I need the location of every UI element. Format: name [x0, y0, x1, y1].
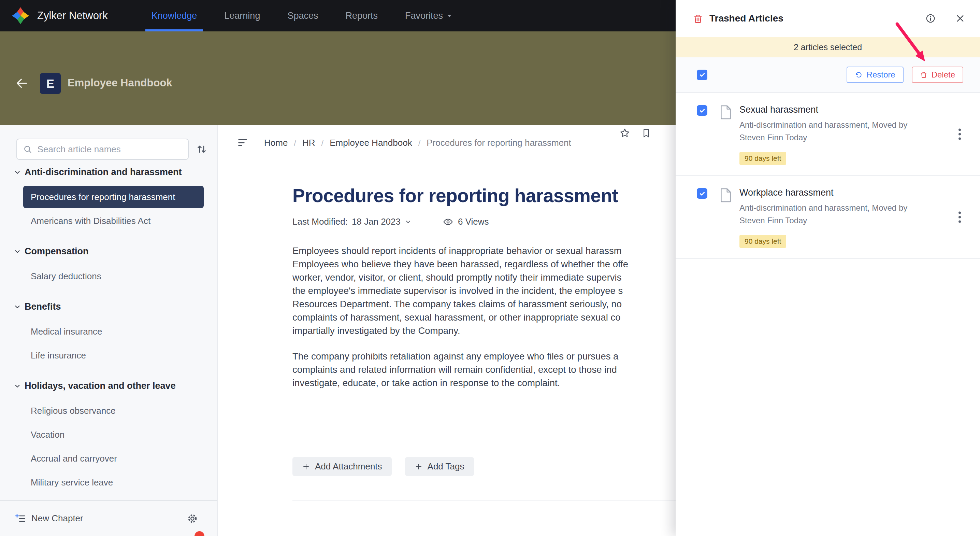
- panel-toolbar: Restore Delete: [676, 57, 980, 93]
- sidebar-article-religious-observance[interactable]: Religious observance: [23, 399, 204, 422]
- views-label: 6 Views: [458, 217, 489, 227]
- search-box[interactable]: [16, 139, 189, 160]
- star-icon[interactable]: [619, 128, 630, 139]
- breadcrumb-home[interactable]: Home: [264, 137, 302, 148]
- days-left-badge: 90 days left: [740, 152, 786, 165]
- chapter-compensation[interactable]: Compensation: [0, 239, 217, 264]
- nav-tab-knowledge[interactable]: Knowledge: [151, 0, 197, 32]
- restore-icon: [855, 71, 862, 79]
- sidebar-article-procedures-for-reporting-harassment[interactable]: Procedures for reporting harassment: [23, 186, 204, 208]
- sidebar-article-americans-with-disabilities-act[interactable]: Americans with Disabilities Act: [23, 210, 204, 232]
- handbook-avatar: E: [40, 73, 61, 94]
- row-checkbox[interactable]: [697, 188, 707, 199]
- trashed-article-title[interactable]: Sexual harassment: [740, 104, 965, 115]
- plus-icon: [302, 463, 310, 471]
- trashed-article-title[interactable]: Workplace harassment: [740, 187, 965, 198]
- chapter-anti-discrimination[interactable]: Anti-discrimination and harassment: [0, 160, 217, 185]
- sidebar-article-vacation[interactable]: Vacation: [23, 423, 204, 446]
- document-icon: [719, 104, 732, 120]
- last-modified-label: Last Modified:: [293, 217, 348, 227]
- last-modified-dropdown[interactable]: Last Modified: 18 Jan 2023: [293, 217, 412, 227]
- kebab-menu-icon[interactable]: [957, 127, 962, 141]
- document-icon: [719, 187, 732, 203]
- add-tags-button[interactable]: Add Tags: [405, 457, 474, 476]
- chapter-label: Compensation: [25, 246, 89, 257]
- views-count: 6 Views: [443, 217, 489, 227]
- chapter-group: Anti-discrimination and harassment Proce…: [0, 160, 217, 232]
- sidebar-article-accrual-and-carryover[interactable]: Accrual and carryover: [23, 447, 204, 470]
- selection-banner: 2 articles selected: [676, 37, 980, 57]
- trash-icon: [693, 13, 703, 24]
- sort-icon[interactable]: [196, 143, 208, 155]
- trash-icon: [920, 71, 928, 78]
- chevron-down-icon: [14, 169, 21, 176]
- select-all-checkbox[interactable]: [697, 70, 707, 80]
- check-icon: [699, 107, 706, 114]
- nav-tab-favorites[interactable]: Favorites: [405, 0, 452, 32]
- breadcrumb-employee-handbook[interactable]: Employee Handbook: [329, 137, 426, 148]
- arrow-left-icon: [15, 77, 29, 90]
- chapter-group: Holidays, vacation and other leave Relig…: [0, 373, 217, 494]
- sidebar-article-salary-deductions[interactable]: Salary deductions: [23, 265, 204, 287]
- row-checkbox[interactable]: [697, 105, 707, 116]
- trashed-article-row: Sexual harassment Anti-discrimination an…: [676, 93, 980, 176]
- nav-tab-favorites-label: Favorites: [405, 11, 443, 21]
- eye-icon: [443, 217, 453, 227]
- add-attachments-label: Add Attachments: [315, 461, 382, 472]
- panel-header: Trashed Articles: [676, 0, 980, 37]
- settings-gear-icon[interactable]: [187, 513, 198, 525]
- trashed-articles-panel: Trashed Articles 2 articles selected Res…: [676, 0, 980, 536]
- trashed-article-meta: Anti-discrimination and harassment, Move…: [740, 201, 965, 227]
- nav-tab-spaces[interactable]: Spaces: [287, 0, 318, 32]
- zylker-logo-icon: [11, 6, 30, 25]
- breadcrumb-row: Home HR Employee Handbook Procedures for…: [237, 134, 571, 151]
- breadcrumb-hr[interactable]: HR: [302, 137, 329, 148]
- breadcrumb: Home HR Employee Handbook Procedures for…: [264, 137, 571, 148]
- chapter-holidays[interactable]: Holidays, vacation and other leave: [0, 373, 217, 399]
- back-button[interactable]: [15, 76, 30, 91]
- chapter-benefits[interactable]: Benefits: [0, 294, 217, 319]
- chapter-label: Benefits: [25, 302, 61, 312]
- plus-icon: [415, 463, 423, 471]
- last-modified-value: 18 Jan 2023: [352, 217, 401, 227]
- sidebar-article-military-service-leave[interactable]: Military service leave: [23, 471, 204, 494]
- chapter-group: Benefits Medical insurance Life insuranc…: [0, 294, 217, 367]
- search-icon: [23, 144, 32, 154]
- add-chapter-icon: [15, 513, 26, 524]
- check-icon: [699, 71, 706, 78]
- add-tags-label: Add Tags: [428, 461, 465, 472]
- check-icon: [699, 190, 706, 197]
- kebab-menu-icon[interactable]: [957, 210, 962, 224]
- chapter-group: Compensation Salary deductions: [0, 239, 217, 287]
- chevron-down-icon: [14, 248, 21, 255]
- trashed-article-meta: Anti-discrimination and harassment, Move…: [740, 118, 965, 144]
- sidebar-article-life-insurance[interactable]: Life insurance: [23, 344, 204, 367]
- nav-tab-learning[interactable]: Learning: [224, 0, 260, 32]
- new-chapter-label: New Chapter: [32, 513, 83, 524]
- info-icon[interactable]: [925, 13, 935, 24]
- restore-button[interactable]: Restore: [846, 67, 904, 83]
- selection-count-label: 2 articles selected: [794, 42, 862, 52]
- chapter-tree: Anti-discrimination and harassment Proce…: [0, 160, 217, 494]
- notification-dot: [194, 531, 204, 536]
- chevron-down-icon: [14, 382, 21, 390]
- sidebar-article-medical-insurance[interactable]: Medical insurance: [23, 320, 204, 343]
- bookmark-icon[interactable]: [641, 128, 651, 139]
- trashed-article-row: Workplace harassment Anti-discrimination…: [676, 176, 980, 259]
- delete-button[interactable]: Delete: [912, 67, 963, 83]
- sidebar-footer: New Chapter: [0, 500, 217, 536]
- brand-name: Zylker Network: [37, 10, 108, 22]
- search-input[interactable]: [37, 144, 182, 155]
- restore-label: Restore: [867, 70, 896, 80]
- primary-nav: Knowledge Learning Spaces Reports Favori…: [151, 0, 480, 32]
- brand[interactable]: Zylker Network: [11, 6, 108, 25]
- outline-toggle-icon[interactable]: [237, 137, 248, 148]
- delete-label: Delete: [932, 70, 955, 80]
- add-attachments-button[interactable]: Add Attachments: [293, 457, 392, 476]
- close-icon[interactable]: [955, 14, 965, 23]
- nav-tab-reports[interactable]: Reports: [345, 0, 378, 32]
- chapter-label: Holidays, vacation and other leave: [25, 381, 176, 391]
- chevron-down-icon: [405, 219, 412, 225]
- new-chapter-button[interactable]: New Chapter: [15, 513, 83, 524]
- panel-title: Trashed Articles: [710, 13, 919, 24]
